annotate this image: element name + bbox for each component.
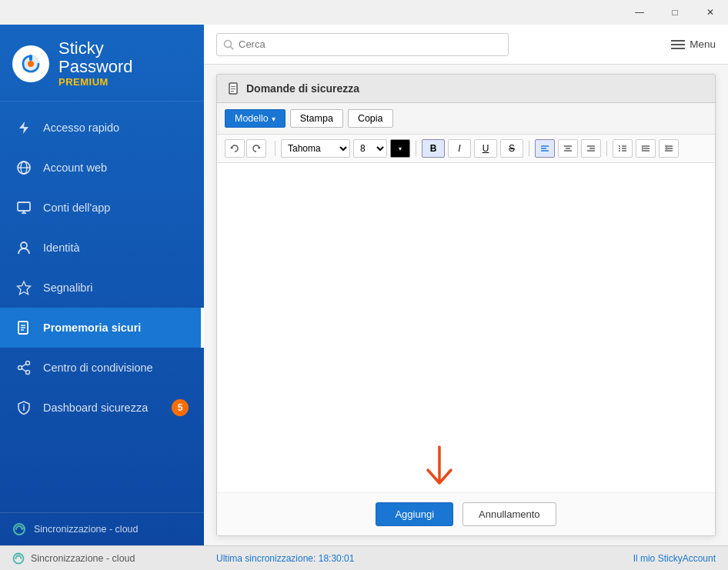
sync-label: Sincronizzazione - cloud xyxy=(34,524,139,535)
dialog-title: Domande di sicurezza xyxy=(246,82,359,95)
svg-rect-2 xyxy=(29,55,32,61)
svg-point-42 xyxy=(619,145,620,147)
separator-1 xyxy=(275,141,276,156)
titlebar: — □ ✕ xyxy=(0,0,728,25)
shield-icon xyxy=(15,399,32,416)
maximize-button[interactable]: □ xyxy=(657,0,693,25)
align-center-button[interactable] xyxy=(558,139,578,158)
modello-button[interactable]: Modello xyxy=(225,109,286,128)
person-icon xyxy=(15,239,32,256)
indent-button[interactable] xyxy=(636,139,656,158)
note-icon xyxy=(15,319,32,336)
sidebar-item-account-web[interactable]: Account web xyxy=(0,148,204,188)
document-icon xyxy=(228,82,240,95)
sidebar-item-promemoria[interactable]: Promemoria sicuri xyxy=(0,308,204,348)
statusbar: Sincronizzazione - cloud Ultima sincroni… xyxy=(0,545,728,570)
svg-point-10 xyxy=(21,242,27,248)
svg-point-17 xyxy=(26,371,30,375)
dialog-container: Domande di sicurezza Modello Stampa Copi… xyxy=(204,65,728,545)
dialog-header: Domande di sicurezza xyxy=(217,75,715,103)
sidebar-item-conti-app[interactable]: Conti dell'app xyxy=(0,188,204,228)
svg-point-16 xyxy=(26,362,30,365)
search-icon xyxy=(223,39,234,50)
lightning-icon xyxy=(15,119,32,136)
separator-2 xyxy=(416,141,416,156)
sidebar-item-segnalibri[interactable]: Segnalibri xyxy=(0,268,204,308)
svg-rect-30 xyxy=(231,86,235,87)
svg-line-25 xyxy=(231,46,234,49)
sidebar-item-identita[interactable]: Identità xyxy=(0,228,204,268)
color-picker[interactable]: ▾ xyxy=(390,139,410,158)
stampa-button[interactable]: Stampa xyxy=(290,109,343,128)
sync-icon xyxy=(12,522,26,536)
nav-label-account-web: Account web xyxy=(43,162,107,174)
dialog-footer: Aggiungi Annullamento xyxy=(217,492,715,535)
search-box[interactable] xyxy=(216,33,509,56)
nav-label-conti-app: Conti dell'app xyxy=(43,202,110,214)
svg-rect-31 xyxy=(231,88,235,89)
logo-icon xyxy=(12,45,49,82)
dialog-body[interactable] xyxy=(217,163,715,492)
undo-button[interactable] xyxy=(225,139,245,158)
search-input[interactable] xyxy=(239,38,502,50)
separator-4 xyxy=(606,141,607,156)
sidebar: StickyPassword PREMIUM Accesso rapido Ac… xyxy=(0,25,204,545)
logo-text: StickyPassword PREMIUM xyxy=(58,39,133,88)
italic-button[interactable]: I xyxy=(448,139,471,158)
content-area: Menu Domande di sicurezza Mod xyxy=(204,25,728,545)
globe-icon xyxy=(15,159,32,176)
sidebar-item-dashboard[interactable]: Dashboard sicurezza 5 xyxy=(0,388,204,428)
svg-line-19 xyxy=(22,364,26,367)
svg-line-20 xyxy=(22,368,26,372)
close-button[interactable]: ✕ xyxy=(693,0,728,25)
format-bar: Tahoma 8 ▾ B I U S xyxy=(217,135,715,163)
cancel-button[interactable]: Annullamento xyxy=(463,502,556,526)
separator-3 xyxy=(529,141,529,156)
menu-button[interactable]: Menu xyxy=(671,38,716,50)
nav-label-promemoria: Promemoria sicuri xyxy=(43,322,141,334)
statusbar-middle: Ultima sincronizzazione: 18:30:01 xyxy=(204,553,633,564)
nav-label-segnalibri: Segnalibri xyxy=(43,282,93,294)
svg-rect-32 xyxy=(231,91,234,92)
svg-point-43 xyxy=(619,148,620,149)
star-icon xyxy=(15,279,32,296)
bullet-list-button[interactable] xyxy=(613,139,633,158)
strikethrough-button[interactable]: S xyxy=(500,139,523,158)
share-icon xyxy=(15,359,32,376)
logo-svg xyxy=(18,52,43,76)
nav-label-dashboard: Dashboard sicurezza xyxy=(43,402,148,414)
hamburger-icon xyxy=(671,39,685,50)
sidebar-footer: Sincronizzazione - cloud xyxy=(0,512,204,545)
minimize-button[interactable]: — xyxy=(622,0,657,25)
sidebar-nav: Accesso rapido Account web Conti dell'ap… xyxy=(0,102,204,512)
sidebar-item-centro-condivisione[interactable]: Centro di condivisione xyxy=(0,348,204,388)
sidebar-item-accesso-rapido[interactable]: Accesso rapido xyxy=(0,108,204,148)
nav-label-identita: Identità xyxy=(43,242,80,254)
nav-label-centro: Centro di condivisione xyxy=(43,362,153,374)
outdent-button[interactable] xyxy=(659,139,679,158)
svg-point-18 xyxy=(18,366,22,370)
svg-marker-3 xyxy=(19,122,28,134)
font-size-select[interactable]: 8 xyxy=(353,139,387,158)
dialog: Domande di sicurezza Modello Stampa Copi… xyxy=(216,74,716,536)
statusbar-sync: Sincronizzazione - cloud xyxy=(0,552,204,565)
align-left-button[interactable] xyxy=(535,139,555,158)
add-button[interactable]: Aggiungi xyxy=(376,502,453,526)
svg-point-44 xyxy=(619,150,620,152)
bold-button[interactable]: B xyxy=(422,139,445,158)
statusbar-sync-icon xyxy=(12,552,25,565)
font-family-select[interactable]: Tahoma xyxy=(281,139,350,158)
undo-redo-group xyxy=(225,139,266,158)
monitor-icon xyxy=(15,199,32,216)
redo-button[interactable] xyxy=(246,139,266,158)
logo-section: StickyPassword PREMIUM xyxy=(0,25,204,102)
dashboard-badge: 5 xyxy=(172,399,189,416)
align-right-button[interactable] xyxy=(581,139,601,158)
copia-button[interactable]: Copia xyxy=(348,109,393,128)
svg-marker-11 xyxy=(18,282,31,295)
svg-rect-7 xyxy=(18,202,30,211)
sticky-account-link[interactable]: Il mio StickyAccount xyxy=(633,553,716,564)
dialog-toolbar: Modello Stampa Copia xyxy=(217,103,715,135)
nav-label-accesso: Accesso rapido xyxy=(43,122,119,134)
underline-button[interactable]: U xyxy=(474,139,497,158)
